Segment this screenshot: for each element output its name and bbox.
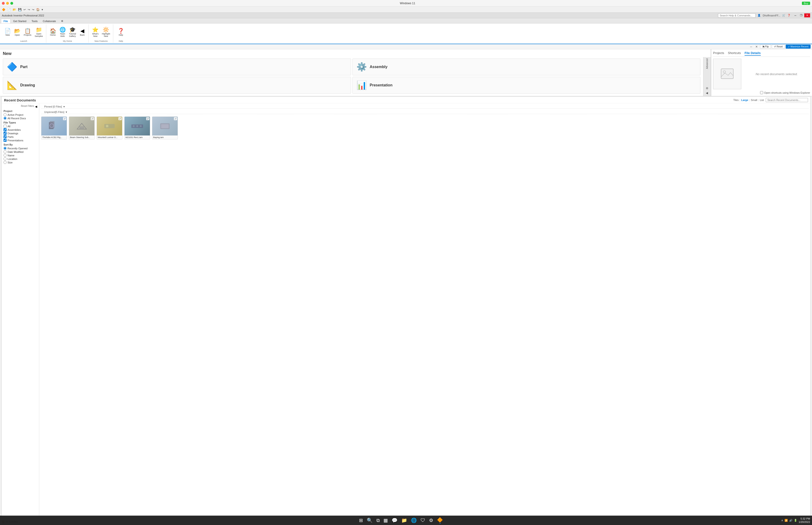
filter-parts[interactable]: Parts	[3, 135, 37, 138]
new-file-icon[interactable]: 📄	[7, 7, 11, 12]
volume-icon[interactable]: 🔊	[789, 519, 793, 522]
sort-location[interactable]: Location	[3, 157, 37, 160]
system-tray-chevron[interactable]: ∧	[781, 519, 783, 522]
open-shortcuts-checkbox[interactable]	[760, 91, 763, 94]
file-tile-0[interactable]: ⤢ Thorlabs KCB2 Rig...	[41, 117, 67, 139]
reset-button[interactable]: ↺ Reset	[772, 45, 785, 49]
filter-active-project[interactable]: Active Project	[3, 113, 37, 116]
ribbon-tabs: File Get Started Tools Collaborate ⊕	[0, 18, 812, 24]
filter-all[interactable]: All	[3, 125, 37, 128]
cart-icon[interactable]: 🛒	[782, 14, 785, 17]
filter-all-recent[interactable]: All Recent Docs	[3, 117, 37, 120]
widgets-icon[interactable]: ▦	[382, 516, 389, 524]
open-ribbon-button[interactable]: 📂 Open	[13, 28, 21, 37]
expand-icon-1[interactable]: ⤢	[91, 117, 94, 120]
window-controls[interactable]: ─ ❐ ✕	[793, 13, 810, 17]
file-tile-1[interactable]: ⤢ Beam Steering Sub...	[69, 117, 95, 139]
minimize-button[interactable]	[6, 2, 9, 5]
whats-new-ribbon-button[interactable]: ⭐ What's New	[91, 27, 100, 38]
file-tile-3[interactable]: ⤢ M21031 Rev1.iam	[124, 117, 150, 139]
back-ribbon-button[interactable]: ◀ Back	[78, 28, 87, 37]
sub-win-minimize[interactable]: ─	[749, 45, 754, 48]
collapse-sidebar-icon[interactable]: ◀	[706, 91, 708, 95]
help-icon[interactable]: ❓	[787, 14, 791, 17]
tab-collaborate[interactable]: Collaborate	[40, 19, 59, 23]
new-presentation-tile[interactable]: 📊 Presentation	[352, 77, 700, 94]
reset-filters-button[interactable]: Reset Filters	[21, 105, 34, 107]
settings-sidebar-icon[interactable]: ⚙	[706, 87, 708, 90]
home-qa-icon[interactable]: 🏠	[36, 7, 40, 12]
sub-window-controls[interactable]: ─ ✕	[749, 45, 759, 48]
inventor-icon[interactable]: 🔶	[435, 516, 444, 523]
tab-file[interactable]: File	[1, 19, 11, 23]
search-taskbar-icon[interactable]: 🔍	[365, 516, 374, 524]
home-ribbon-button[interactable]: 🏠 Home	[49, 28, 57, 37]
win-restore-button[interactable]: ❐	[798, 13, 804, 17]
chat-icon[interactable]: 💬	[390, 516, 399, 524]
filter-presentations[interactable]: Presentations	[3, 139, 37, 142]
help-ribbon-button[interactable]: ❓ Help	[117, 28, 125, 37]
sort-size[interactable]: Size	[3, 161, 37, 164]
close-button[interactable]	[2, 2, 5, 5]
filter-collapse-icon[interactable]: ◀	[35, 105, 37, 108]
expand-icon-2[interactable]: ⤢	[118, 117, 122, 120]
network-icon[interactable]: 📶	[784, 519, 788, 522]
buy-button[interactable]: Buy	[802, 2, 810, 5]
expand-icon-0[interactable]: ⤢	[63, 117, 66, 120]
sort-date-modified[interactable]: Date Modified	[3, 150, 37, 153]
file-tile-4[interactable]: ⤢ Baying.iam	[152, 117, 178, 139]
new-part-tile[interactable]: 🔷 Part	[3, 58, 351, 75]
undo-icon[interactable]: ↩	[23, 7, 26, 12]
windows-icon[interactable]: ⊞	[358, 516, 365, 524]
filter-assemblies[interactable]: Assemblies	[3, 128, 37, 131]
advanced-label[interactable]: Advanced	[706, 58, 708, 69]
win-minimize-button[interactable]: ─	[793, 13, 798, 17]
maximize-recent-button[interactable]: ⤢ Maximize Recent	[786, 45, 811, 49]
sort-recently-opened[interactable]: Recently Opened	[3, 147, 37, 150]
redo2-icon[interactable]: ↪	[31, 7, 35, 12]
redo-icon[interactable]: ↪	[27, 7, 31, 12]
new-assembly-tile[interactable]: ⚙️ Assembly	[352, 58, 700, 75]
maximize-button[interactable]	[10, 2, 13, 5]
view-large[interactable]: Large	[741, 99, 748, 102]
expand-icon-3[interactable]: ⤢	[146, 117, 149, 120]
tab-file-details[interactable]: File Details	[744, 51, 761, 56]
task-view-icon[interactable]: ⧉	[375, 517, 381, 524]
taskbar-clock[interactable]: 5:32 PM 1/20/2022	[799, 517, 810, 524]
sort-name[interactable]: Name	[3, 154, 37, 157]
qa-more-icon[interactable]: ▾	[41, 7, 43, 12]
view-small[interactable]: Small	[751, 99, 757, 102]
battery-icon[interactable]: 🔋	[794, 519, 797, 522]
projects-ribbon-button[interactable]: 📋 Projects	[23, 28, 33, 37]
view-tiles[interactable]: Tiles	[733, 99, 739, 102]
edge-icon[interactable]: 🌐	[410, 517, 418, 524]
highlight-new-ribbon-button[interactable]: 🔆 Highlight New	[101, 27, 111, 38]
sub-win-close[interactable]: ✕	[754, 45, 759, 48]
tab-projects[interactable]: Projects	[713, 51, 724, 56]
tutorial-ribbon-button[interactable]: 🎓 Tutorial Gallery	[68, 27, 77, 38]
file-tile-2[interactable]: ⤢ Mounted Luxinar O...	[97, 117, 122, 139]
help-search-input[interactable]	[718, 13, 756, 18]
tab-tools[interactable]: Tools	[29, 19, 40, 23]
team-web-ribbon-button[interactable]: 🌐 Team Web	[58, 27, 67, 38]
tab-more[interactable]: ⊕	[59, 18, 66, 23]
view-list[interactable]: List	[760, 99, 764, 102]
recent-search-input[interactable]	[766, 98, 808, 102]
open-samples-ribbon-button[interactable]: 📁 Open Samples	[34, 27, 44, 38]
flip-button[interactable]: ⬔ Flip	[760, 45, 771, 49]
security-icon[interactable]: 🛡	[419, 517, 427, 524]
expand-icon-4[interactable]: ⤢	[174, 117, 177, 120]
unpinned-expand-icon[interactable]: ▼	[65, 111, 68, 114]
pinned-expand-icon[interactable]: ▼	[63, 105, 65, 108]
explorer-icon[interactable]: 📁	[400, 517, 409, 524]
new-ribbon-button[interactable]: 📄 New	[3, 28, 12, 37]
open-file-icon[interactable]: 📂	[12, 7, 17, 12]
settings-icon[interactable]: ⚙	[428, 517, 435, 524]
new-drawing-tile[interactable]: 📐 Drawing	[3, 77, 351, 94]
filter-drawings[interactable]: Drawings	[3, 132, 37, 135]
tab-shortcuts[interactable]: Shortcuts	[728, 51, 741, 56]
title-bar-controls[interactable]	[2, 2, 13, 5]
save-icon[interactable]: 💾	[18, 7, 22, 12]
tab-get-started[interactable]: Get Started	[11, 19, 29, 23]
win-close-button[interactable]: ✕	[804, 13, 810, 17]
